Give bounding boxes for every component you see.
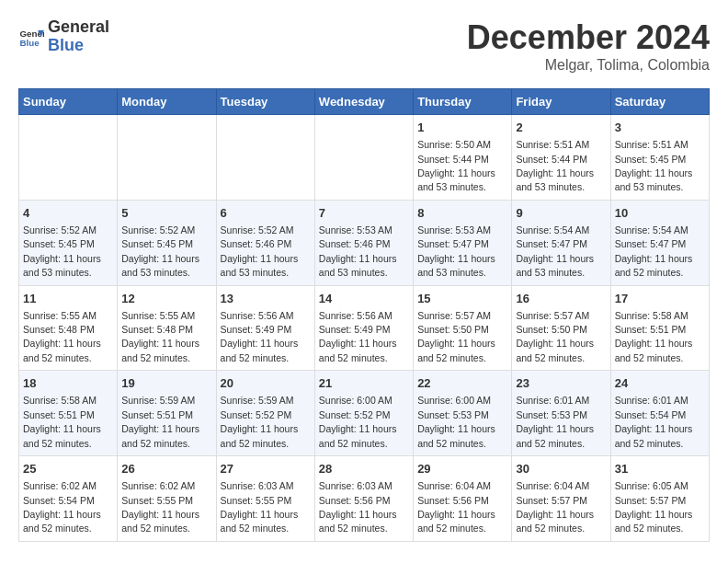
day-cell-23: 23Sunrise: 6:01 AMSunset: 5:53 PMDayligh… — [512, 371, 610, 456]
day-number: 19 — [121, 375, 211, 392]
day-number: 30 — [516, 461, 606, 477]
day-cell-18: 18Sunrise: 5:58 AMSunset: 5:51 PMDayligh… — [19, 371, 118, 456]
day-cell-7: 7Sunrise: 5:53 AMSunset: 5:46 PMDaylight… — [314, 200, 413, 285]
column-header-monday: Monday — [118, 89, 216, 115]
day-info: Sunrise: 5:52 AMSunset: 5:45 PMDaylight:… — [23, 224, 101, 278]
logo-general: General — [48, 18, 109, 37]
day-number: 16 — [516, 291, 606, 307]
day-number: 26 — [121, 461, 211, 477]
logo-blue: Blue — [48, 37, 109, 55]
day-cell-24: 24Sunrise: 6:01 AMSunset: 5:54 PMDayligh… — [610, 371, 709, 456]
day-number: 28 — [319, 461, 409, 477]
day-number: 27 — [221, 461, 311, 477]
day-cell-27: 27Sunrise: 6:03 AMSunset: 5:55 PMDayligh… — [216, 456, 314, 542]
day-info: Sunrise: 6:04 AMSunset: 5:56 PMDaylight:… — [417, 480, 495, 534]
day-cell-21: 21Sunrise: 6:00 AMSunset: 5:52 PMDayligh… — [314, 371, 413, 456]
day-number: 17 — [615, 291, 705, 307]
day-info: Sunrise: 5:51 AMSunset: 5:45 PMDaylight:… — [615, 139, 693, 192]
day-number: 23 — [516, 375, 606, 392]
day-info: Sunrise: 6:00 AMSunset: 5:52 PMDaylight:… — [319, 395, 397, 448]
day-number: 12 — [121, 291, 211, 307]
day-number: 1 — [417, 120, 507, 136]
month-year-title: December 2024 — [467, 18, 710, 57]
day-number: 8 — [417, 205, 507, 222]
day-number: 7 — [319, 205, 409, 222]
day-info: Sunrise: 5:53 AMSunset: 5:47 PMDaylight:… — [417, 224, 495, 278]
day-cell-22: 22Sunrise: 6:00 AMSunset: 5:53 PMDayligh… — [414, 371, 512, 456]
empty-cell — [118, 115, 216, 201]
day-info: Sunrise: 5:59 AMSunset: 5:51 PMDaylight:… — [121, 395, 199, 448]
day-number: 14 — [319, 291, 409, 307]
day-cell-4: 4Sunrise: 5:52 AMSunset: 5:45 PMDaylight… — [19, 200, 118, 285]
day-info: Sunrise: 5:57 AMSunset: 5:50 PMDaylight:… — [417, 310, 495, 363]
day-info: Sunrise: 5:56 AMSunset: 5:49 PMDaylight:… — [221, 310, 299, 363]
column-header-friday: Friday — [512, 89, 610, 115]
day-number: 18 — [23, 375, 113, 392]
day-cell-31: 31Sunrise: 6:05 AMSunset: 5:57 PMDayligh… — [610, 456, 709, 542]
day-info: Sunrise: 6:02 AMSunset: 5:55 PMDaylight:… — [121, 480, 199, 534]
day-number: 13 — [221, 291, 311, 307]
day-info: Sunrise: 5:54 AMSunset: 5:47 PMDaylight:… — [615, 224, 693, 278]
day-number: 5 — [121, 205, 211, 222]
week-row-1: 1Sunrise: 5:50 AMSunset: 5:44 PMDaylight… — [19, 115, 710, 201]
day-info: Sunrise: 5:55 AMSunset: 5:48 PMDaylight:… — [121, 310, 199, 363]
generalblue-logo-icon: General Blue — [18, 24, 44, 50]
week-row-3: 11Sunrise: 5:55 AMSunset: 5:48 PMDayligh… — [19, 285, 710, 371]
day-cell-17: 17Sunrise: 5:58 AMSunset: 5:51 PMDayligh… — [610, 285, 709, 371]
title-area: December 2024 Melgar, Tolima, Colombia — [467, 18, 710, 74]
week-row-2: 4Sunrise: 5:52 AMSunset: 5:45 PMDaylight… — [19, 200, 710, 285]
day-info: Sunrise: 5:57 AMSunset: 5:50 PMDaylight:… — [516, 310, 594, 363]
day-cell-14: 14Sunrise: 5:56 AMSunset: 5:49 PMDayligh… — [314, 285, 413, 371]
day-number: 21 — [319, 375, 409, 392]
day-cell-9: 9Sunrise: 5:54 AMSunset: 5:47 PMDaylight… — [512, 200, 610, 285]
day-info: Sunrise: 5:59 AMSunset: 5:52 PMDaylight:… — [221, 395, 299, 448]
day-info: Sunrise: 5:50 AMSunset: 5:44 PMDaylight:… — [417, 139, 495, 192]
week-row-4: 18Sunrise: 5:58 AMSunset: 5:51 PMDayligh… — [19, 371, 710, 456]
column-header-tuesday: Tuesday — [216, 89, 314, 115]
day-cell-3: 3Sunrise: 5:51 AMSunset: 5:45 PMDaylight… — [610, 115, 709, 201]
day-number: 24 — [615, 375, 705, 392]
day-number: 6 — [221, 205, 311, 222]
column-header-saturday: Saturday — [610, 89, 709, 115]
day-info: Sunrise: 6:05 AMSunset: 5:57 PMDaylight:… — [615, 480, 693, 534]
day-cell-12: 12Sunrise: 5:55 AMSunset: 5:48 PMDayligh… — [118, 285, 216, 371]
logo: General Blue General Blue — [18, 18, 109, 55]
day-number: 29 — [417, 461, 507, 477]
day-cell-29: 29Sunrise: 6:04 AMSunset: 5:56 PMDayligh… — [414, 456, 512, 542]
day-info: Sunrise: 5:52 AMSunset: 5:45 PMDaylight:… — [121, 224, 199, 278]
day-info: Sunrise: 6:02 AMSunset: 5:54 PMDaylight:… — [23, 480, 101, 534]
empty-cell — [19, 115, 118, 201]
day-number: 22 — [417, 375, 507, 392]
column-header-sunday: Sunday — [19, 89, 118, 115]
day-cell-26: 26Sunrise: 6:02 AMSunset: 5:55 PMDayligh… — [118, 456, 216, 542]
day-cell-11: 11Sunrise: 5:55 AMSunset: 5:48 PMDayligh… — [19, 285, 118, 371]
day-info: Sunrise: 5:54 AMSunset: 5:47 PMDaylight:… — [516, 224, 594, 278]
day-cell-13: 13Sunrise: 5:56 AMSunset: 5:49 PMDayligh… — [216, 285, 314, 371]
day-info: Sunrise: 5:52 AMSunset: 5:46 PMDaylight:… — [221, 224, 299, 278]
day-info: Sunrise: 6:03 AMSunset: 5:55 PMDaylight:… — [221, 480, 299, 534]
day-info: Sunrise: 5:55 AMSunset: 5:48 PMDaylight:… — [23, 310, 101, 363]
empty-cell — [216, 115, 314, 201]
day-cell-2: 2Sunrise: 5:51 AMSunset: 5:44 PMDaylight… — [512, 115, 610, 201]
day-cell-16: 16Sunrise: 5:57 AMSunset: 5:50 PMDayligh… — [512, 285, 610, 371]
day-number: 10 — [615, 205, 705, 222]
week-row-5: 25Sunrise: 6:02 AMSunset: 5:54 PMDayligh… — [19, 456, 710, 542]
day-cell-25: 25Sunrise: 6:02 AMSunset: 5:54 PMDayligh… — [19, 456, 118, 542]
day-number: 25 — [23, 461, 113, 477]
day-cell-5: 5Sunrise: 5:52 AMSunset: 5:45 PMDaylight… — [118, 200, 216, 285]
location-subtitle: Melgar, Tolima, Colombia — [467, 57, 710, 74]
day-cell-8: 8Sunrise: 5:53 AMSunset: 5:47 PMDaylight… — [414, 200, 512, 285]
day-cell-1: 1Sunrise: 5:50 AMSunset: 5:44 PMDaylight… — [414, 115, 512, 201]
day-info: Sunrise: 5:53 AMSunset: 5:46 PMDaylight:… — [319, 224, 397, 278]
day-number: 4 — [23, 205, 113, 222]
empty-cell — [314, 115, 413, 201]
column-header-thursday: Thursday — [414, 89, 512, 115]
day-cell-10: 10Sunrise: 5:54 AMSunset: 5:47 PMDayligh… — [610, 200, 709, 285]
day-info: Sunrise: 5:58 AMSunset: 5:51 PMDaylight:… — [23, 395, 101, 448]
header-row: SundayMondayTuesdayWednesdayThursdayFrid… — [19, 89, 710, 115]
day-cell-30: 30Sunrise: 6:04 AMSunset: 5:57 PMDayligh… — [512, 456, 610, 542]
day-info: Sunrise: 5:51 AMSunset: 5:44 PMDaylight:… — [516, 139, 594, 192]
column-header-wednesday: Wednesday — [314, 89, 413, 115]
day-number: 11 — [23, 291, 113, 307]
day-number: 31 — [615, 461, 705, 477]
